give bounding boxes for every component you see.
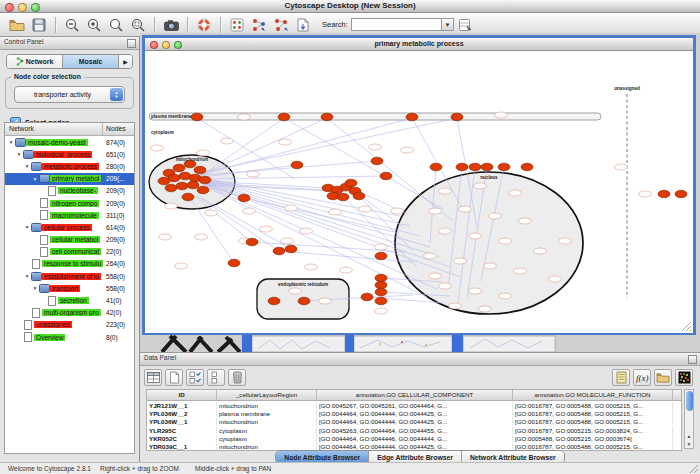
tree-row[interactable]: ▼biological_process651(0) (5, 148, 134, 160)
tree-expand-arrow-icon[interactable]: ▼ (7, 139, 15, 145)
network-node-selected[interactable] (375, 288, 387, 296)
network-node-selected[interactable] (268, 297, 280, 305)
network-node-selected[interactable] (273, 247, 285, 255)
network-node[interactable] (221, 138, 234, 144)
network-node[interactable] (495, 112, 508, 118)
tree-expand-arrow-icon[interactable]: ▼ (23, 273, 31, 279)
float-panel-icon[interactable] (127, 39, 136, 48)
network-node[interactable] (340, 267, 353, 273)
network-node-selected[interactable] (278, 113, 290, 121)
network-node[interactable] (391, 208, 404, 214)
tree-row[interactable]: ▼primary metabol209(... (5, 173, 134, 185)
network-node[interactable] (615, 164, 628, 170)
network-node-selected[interactable] (298, 297, 310, 305)
zoom-out-button[interactable] (62, 15, 82, 35)
help-button[interactable] (194, 15, 214, 35)
network-node[interactable] (375, 308, 388, 314)
network-window-titlebar[interactable]: primary metabolic process (145, 38, 693, 51)
network-node[interactable] (165, 203, 178, 209)
tree-row[interactable]: nucleobase-209(0) (5, 185, 134, 197)
network-node[interactable] (479, 306, 492, 312)
network-node[interactable] (449, 303, 462, 309)
snapshot-button[interactable] (161, 15, 181, 35)
tree-row[interactable]: multi-organism pro42(0) (5, 307, 134, 319)
tree-row[interactable]: Overview8(0) (5, 331, 134, 343)
network-node-selected[interactable] (246, 238, 258, 246)
col-id[interactable]: ID (147, 390, 217, 400)
attribute-table-button[interactable] (144, 369, 162, 386)
network-node-selected[interactable] (481, 163, 493, 171)
scroll-up-arrow[interactable]: ▲ (685, 432, 693, 440)
search-dropdown-arrow[interactable]: ▼ (441, 18, 454, 31)
scroll-down-arrow[interactable]: ▼ (685, 440, 693, 448)
network-node-selected[interactable] (187, 181, 199, 189)
tree-row[interactable]: ▼mosaic-demo-yeast874(0) (5, 136, 134, 148)
network-node-selected[interactable] (285, 245, 297, 253)
network-node-selected[interactable] (451, 113, 463, 121)
table-row[interactable]: YKR052Ccytoplasm[GO:0044464, GO:0044446,… (147, 434, 681, 442)
network-node-selected[interactable] (191, 113, 203, 121)
network-node-selected[interactable] (199, 176, 211, 184)
network-node[interactable] (469, 233, 482, 239)
network-edge[interactable] (197, 118, 327, 177)
zoom-fit-button[interactable] (106, 15, 126, 35)
network-node[interactable] (424, 253, 437, 259)
network-edge[interactable] (190, 198, 234, 263)
tree-row[interactable]: cellular metabol209(0) (5, 234, 134, 246)
network-node[interactable] (509, 190, 522, 196)
network-node-selected[interactable] (375, 297, 387, 305)
table-row[interactable]: YPL036W__1mitochondrion[GO:0044464, GO:0… (147, 418, 681, 426)
network-node[interactable] (369, 144, 382, 150)
tabs-overflow-button[interactable]: ▶ (119, 55, 132, 68)
network-node-selected[interactable] (469, 163, 481, 171)
import-network-button[interactable] (293, 15, 313, 35)
network-node-selected[interactable] (430, 163, 442, 171)
network-node[interactable] (329, 209, 342, 215)
network-node[interactable] (205, 210, 218, 216)
network-node[interactable] (499, 238, 512, 244)
tree-expand-arrow-icon[interactable]: ▼ (23, 163, 31, 169)
tree-expand-arrow-icon[interactable]: ▼ (15, 151, 23, 157)
network-node-selected[interactable] (228, 259, 240, 267)
network-node[interactable] (484, 263, 497, 269)
import-attributes-button[interactable] (455, 15, 475, 35)
network-node-selected[interactable] (658, 190, 670, 198)
zoom-in-button[interactable] (84, 15, 104, 35)
network-node-selected[interactable] (406, 113, 418, 121)
tree-row[interactable]: secretion41(0) (5, 294, 134, 306)
network-node-selected[interactable] (361, 293, 373, 301)
network-node-selected[interactable] (375, 281, 387, 289)
new-network-button[interactable] (249, 15, 269, 35)
network-node[interactable] (534, 248, 547, 254)
network-node-selected[interactable] (321, 113, 333, 121)
table-scrollbar[interactable]: ▲ ▼ (684, 389, 694, 449)
network-node[interactable] (175, 263, 188, 269)
col-molecular-function[interactable]: annotation.GO MOLECULAR_FUNCTION (513, 390, 673, 400)
network-node-selected[interactable] (345, 179, 357, 187)
tree-row[interactable]: unassigned223(0) (5, 319, 134, 331)
table-row[interactable]: YJR121W__1mitochondrion[GO:0045267, GO:0… (147, 401, 681, 409)
network-node[interactable] (197, 150, 210, 156)
tree-row[interactable]: ▼cellular process614(0) (5, 221, 134, 233)
attribute-list-button[interactable] (612, 369, 630, 386)
network-node[interactable] (559, 238, 572, 244)
network-node[interactable] (238, 114, 251, 120)
network-node[interactable] (454, 258, 467, 264)
network-canvas[interactable]: plasma membranecytoplasmmitochondrionnuc… (145, 51, 693, 333)
network-node[interactable] (489, 213, 502, 219)
network-node[interactable] (159, 234, 172, 240)
network-node[interactable] (499, 293, 512, 299)
zoom-selected-button[interactable] (128, 15, 148, 35)
network-node[interactable] (519, 218, 532, 224)
network-node[interactable] (359, 206, 372, 212)
network-node-selected[interactable] (165, 184, 177, 192)
network-node-selected[interactable] (456, 163, 468, 171)
network-node[interactable] (281, 238, 294, 244)
network-node-selected[interactable] (337, 193, 349, 201)
table-row[interactable]: YPL036W__2plasma membrane[GO:0044464, GO… (147, 409, 681, 417)
network-node[interactable] (439, 283, 452, 289)
network-node[interactable] (549, 276, 562, 282)
heatmap-button[interactable] (675, 369, 693, 386)
tree-row[interactable]: response to stimulu264(0) (5, 258, 134, 270)
window-resize-grip-icon[interactable] (689, 464, 699, 474)
